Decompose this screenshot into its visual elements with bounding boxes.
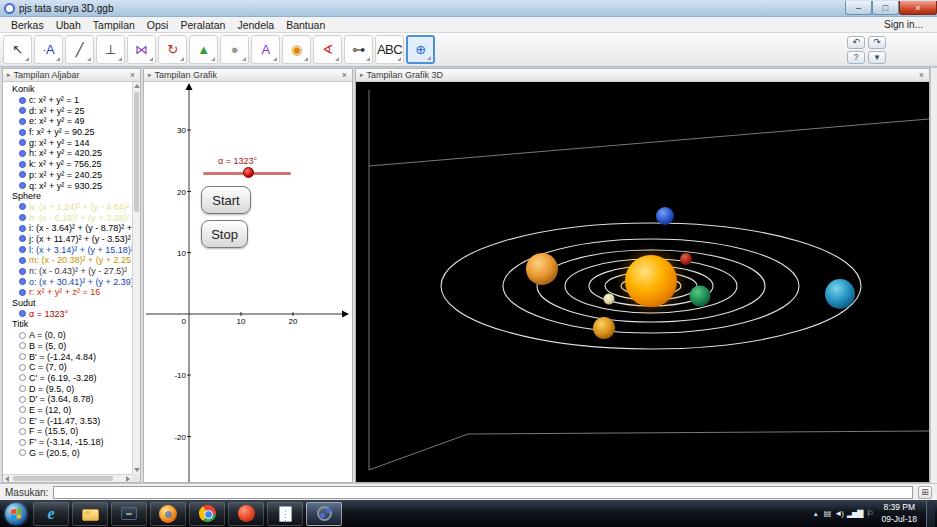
visibility-marble-icon[interactable] — [19, 97, 26, 104]
algebra-item[interactable]: C = (7, 0) — [3, 362, 132, 373]
visibility-marble-icon[interactable] — [19, 257, 26, 264]
visibility-marble-icon[interactable] — [19, 278, 26, 285]
graphics-canvas[interactable]: 30 20 10 -10 -20 0 10 20 α = 1323° Start… — [144, 82, 352, 482]
algebra-item[interactable]: m: (x - 20.38)² + (y + 2.25 — [3, 255, 132, 266]
scroll-down-icon[interactable] — [134, 468, 140, 472]
angle-slider-handle[interactable] — [243, 167, 254, 178]
start-button[interactable]: Start — [201, 186, 251, 214]
taskbar-firefox[interactable] — [150, 502, 186, 526]
visibility-marble-icon[interactable] — [19, 214, 26, 221]
visibility-marble-icon[interactable] — [19, 235, 26, 242]
algebra-item[interactable]: F' = (-3.14, -15.18) — [3, 437, 132, 448]
taskbar-clock[interactable]: 8:39 PM 09-Jul-18 — [882, 502, 917, 524]
scrollbar-thumb[interactable] — [13, 476, 113, 481]
scroll-up-icon[interactable] — [134, 84, 140, 88]
network-tray-icon[interactable]: ▂▅▇ — [847, 509, 862, 518]
scroll-right-icon[interactable] — [126, 476, 130, 482]
point-tool[interactable]: ∙A — [34, 35, 63, 64]
reflect-object-tool[interactable]: A — [251, 35, 280, 64]
algebra-item[interactable]: i: (x - 3.64)² + (y - 8.78)² + — [3, 223, 132, 234]
undo-button[interactable]: ↶ — [847, 36, 865, 49]
algebra-item[interactable]: q: x² + y² = 930.25 — [3, 180, 132, 191]
perpendicular-line-tool[interactable]: ⊥ — [96, 35, 125, 64]
algebra-item[interactable]: p: x² + y² = 240.25 — [3, 170, 132, 181]
taskbar-internet-explorer[interactable]: e — [33, 502, 69, 526]
line-tool[interactable]: ╱ — [65, 35, 94, 64]
scrollbar-thumb[interactable] — [134, 92, 139, 212]
algebra-item[interactable]: α = 1323° — [3, 308, 132, 319]
visibility-marble-icon[interactable] — [19, 342, 26, 349]
visibility-marble-icon[interactable] — [19, 246, 26, 253]
algebra-item[interactable]: j: (x + 11.47)² + (y - 3.53)² — [3, 234, 132, 245]
start-button-orb[interactable] — [5, 503, 27, 525]
visibility-marble-icon[interactable] — [19, 396, 26, 403]
visibility-marble-icon[interactable] — [19, 150, 26, 157]
command-input[interactable] — [53, 486, 913, 499]
algebra-item[interactable]: Titik — [3, 319, 132, 330]
visibility-marble-icon[interactable] — [19, 268, 26, 275]
algebra-item[interactable]: D = (9.5, 0) — [3, 383, 132, 394]
visibility-marble-icon[interactable] — [19, 374, 26, 381]
show-hidden-icons-icon[interactable]: ▲ — [813, 511, 819, 517]
algebra-item[interactable]: l: (x + 3.14)² + (y + 15.18)² — [3, 244, 132, 255]
input-options-icon[interactable]: ⊞ — [918, 486, 932, 499]
slider-tool[interactable]: ⊶ — [344, 35, 373, 64]
menu-item[interactable]: Tampilan — [87, 18, 141, 32]
visibility-marble-icon[interactable] — [19, 139, 26, 146]
intersect-curves-tool[interactable]: ⋈ — [127, 35, 156, 64]
toolbar-options-button[interactable]: ▾ — [868, 51, 886, 64]
visibility-marble-icon[interactable] — [19, 118, 26, 125]
algebra-item[interactable]: F = (15.5, 0) — [3, 426, 132, 437]
menu-item[interactable]: Opsi — [141, 18, 175, 32]
taskbar-chrome[interactable] — [189, 502, 225, 526]
close-panel-icon[interactable]: × — [918, 71, 925, 80]
action-center-tray-icon[interactable]: ⚐ — [866, 509, 872, 518]
algebra-item[interactable]: h: x² + y² = 420.25 — [3, 148, 132, 159]
taskbar-document-app[interactable] — [267, 502, 303, 526]
visibility-marble-icon[interactable] — [19, 289, 26, 296]
visibility-marble-icon[interactable] — [19, 449, 26, 456]
algebra-item[interactable]: A = (0, 0) — [3, 330, 132, 341]
algebra-item[interactable]: B = (5, 0) — [3, 341, 132, 352]
minimize-button[interactable]: – — [845, 1, 872, 15]
panel-menu-arrow-icon[interactable]: ▸ — [148, 71, 152, 79]
pyramid-tool[interactable]: ▲ — [189, 35, 218, 64]
sphere-tool[interactable]: ● — [220, 35, 249, 64]
taskbar-geogebra[interactable] — [306, 502, 342, 526]
sign-in-link[interactable]: Sign in... — [884, 19, 929, 30]
visibility-marble-icon[interactable] — [19, 182, 26, 189]
redo-button[interactable]: ↷ — [868, 36, 886, 49]
panel-menu-arrow-icon[interactable]: ▸ — [7, 71, 11, 79]
algebra-item[interactable]: C' = (6.19, -3.28) — [3, 373, 132, 384]
move-tool[interactable]: ↖ — [3, 35, 32, 64]
algebra-item[interactable]: D' = (3.64, 8.78) — [3, 394, 132, 405]
algebra-item[interactable]: Sudut — [3, 298, 132, 309]
algebra-item[interactable]: f: x² + y² = 90.25 — [3, 127, 132, 138]
close-button[interactable]: × — [899, 1, 937, 15]
taskbar-media-player[interactable] — [111, 502, 147, 526]
algebra-item[interactable]: B' = (-1.24, 4.84) — [3, 351, 132, 362]
visibility-marble-icon[interactable] — [19, 161, 26, 168]
visibility-marble-icon[interactable] — [19, 332, 26, 339]
algebra-item[interactable]: n: (x - 0.43)² + (y - 27.5)² — [3, 266, 132, 277]
close-panel-icon[interactable]: × — [129, 71, 136, 80]
algebra-item[interactable]: c: x² + y² = 1 — [3, 95, 132, 106]
taskbar-explorer-folder[interactable] — [72, 502, 108, 526]
visibility-marble-icon[interactable] — [19, 364, 26, 371]
visibility-marble-icon[interactable] — [19, 428, 26, 435]
algebra-item[interactable]: e: x² + y² = 49 — [3, 116, 132, 127]
help-button[interactable]: ? — [847, 51, 865, 64]
algebra-horizontal-scrollbar[interactable] — [3, 474, 132, 482]
stop-button[interactable]: Stop — [201, 220, 248, 248]
algebra-item[interactable]: a: (x + 1.24)² + (y - 4.84)² + — [3, 202, 132, 213]
visibility-marble-icon[interactable] — [19, 107, 26, 114]
menu-item[interactable]: Ubah — [50, 18, 87, 32]
menu-item[interactable]: Berkas — [5, 18, 50, 32]
graphics-3d-canvas[interactable] — [356, 82, 929, 482]
algebra-item[interactable]: E = (12, 0) — [3, 405, 132, 416]
menu-item[interactable]: Jendela — [231, 18, 280, 32]
sphere-center-point-tool[interactable]: ◉ — [282, 35, 311, 64]
visibility-marble-icon[interactable] — [19, 406, 26, 413]
visibility-marble-icon[interactable] — [19, 129, 26, 136]
visibility-marble-icon[interactable] — [19, 417, 26, 424]
